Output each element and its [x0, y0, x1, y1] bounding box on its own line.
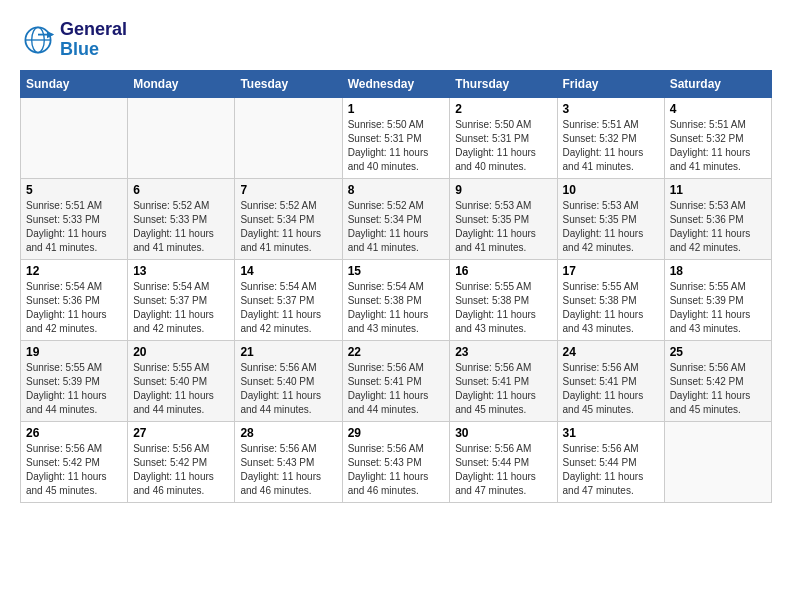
day-info: Sunrise: 5:54 AM Sunset: 5:38 PM Dayligh…	[348, 280, 445, 336]
day-number: 15	[348, 264, 445, 278]
day-info: Sunrise: 5:56 AM Sunset: 5:44 PM Dayligh…	[563, 442, 659, 498]
day-number: 28	[240, 426, 336, 440]
day-info: Sunrise: 5:54 AM Sunset: 5:37 PM Dayligh…	[133, 280, 229, 336]
day-info: Sunrise: 5:52 AM Sunset: 5:34 PM Dayligh…	[240, 199, 336, 255]
day-info: Sunrise: 5:50 AM Sunset: 5:31 PM Dayligh…	[455, 118, 551, 174]
day-number: 6	[133, 183, 229, 197]
day-number: 2	[455, 102, 551, 116]
calendar-cell: 3Sunrise: 5:51 AM Sunset: 5:32 PM Daylig…	[557, 97, 664, 178]
column-header-tuesday: Tuesday	[235, 70, 342, 97]
day-number: 19	[26, 345, 122, 359]
day-number: 17	[563, 264, 659, 278]
day-info: Sunrise: 5:56 AM Sunset: 5:42 PM Dayligh…	[133, 442, 229, 498]
calendar-cell: 8Sunrise: 5:52 AM Sunset: 5:34 PM Daylig…	[342, 178, 450, 259]
logo-blue: Blue	[60, 39, 99, 59]
day-info: Sunrise: 5:51 AM Sunset: 5:33 PM Dayligh…	[26, 199, 122, 255]
day-number: 22	[348, 345, 445, 359]
calendar-cell: 21Sunrise: 5:56 AM Sunset: 5:40 PM Dayli…	[235, 340, 342, 421]
calendar-week-5: 26Sunrise: 5:56 AM Sunset: 5:42 PM Dayli…	[21, 421, 772, 502]
logo-general: General	[60, 19, 127, 39]
column-header-friday: Friday	[557, 70, 664, 97]
day-number: 30	[455, 426, 551, 440]
day-number: 16	[455, 264, 551, 278]
calendar-cell: 19Sunrise: 5:55 AM Sunset: 5:39 PM Dayli…	[21, 340, 128, 421]
calendar-cell: 30Sunrise: 5:56 AM Sunset: 5:44 PM Dayli…	[450, 421, 557, 502]
column-header-wednesday: Wednesday	[342, 70, 450, 97]
day-info: Sunrise: 5:56 AM Sunset: 5:41 PM Dayligh…	[455, 361, 551, 417]
day-number: 20	[133, 345, 229, 359]
calendar-cell: 5Sunrise: 5:51 AM Sunset: 5:33 PM Daylig…	[21, 178, 128, 259]
calendar-cell: 10Sunrise: 5:53 AM Sunset: 5:35 PM Dayli…	[557, 178, 664, 259]
day-number: 26	[26, 426, 122, 440]
calendar-cell: 24Sunrise: 5:56 AM Sunset: 5:41 PM Dayli…	[557, 340, 664, 421]
logo-icon	[20, 22, 56, 58]
calendar-cell	[21, 97, 128, 178]
page-header: GeneralBlue	[20, 20, 772, 60]
day-number: 24	[563, 345, 659, 359]
day-info: Sunrise: 5:52 AM Sunset: 5:34 PM Dayligh…	[348, 199, 445, 255]
calendar-cell: 4Sunrise: 5:51 AM Sunset: 5:32 PM Daylig…	[664, 97, 771, 178]
calendar-cell: 18Sunrise: 5:55 AM Sunset: 5:39 PM Dayli…	[664, 259, 771, 340]
column-header-thursday: Thursday	[450, 70, 557, 97]
day-number: 14	[240, 264, 336, 278]
day-number: 25	[670, 345, 766, 359]
day-info: Sunrise: 5:53 AM Sunset: 5:36 PM Dayligh…	[670, 199, 766, 255]
calendar-week-2: 5Sunrise: 5:51 AM Sunset: 5:33 PM Daylig…	[21, 178, 772, 259]
calendar-cell: 1Sunrise: 5:50 AM Sunset: 5:31 PM Daylig…	[342, 97, 450, 178]
calendar-cell: 14Sunrise: 5:54 AM Sunset: 5:37 PM Dayli…	[235, 259, 342, 340]
day-info: Sunrise: 5:56 AM Sunset: 5:40 PM Dayligh…	[240, 361, 336, 417]
day-number: 12	[26, 264, 122, 278]
calendar-week-1: 1Sunrise: 5:50 AM Sunset: 5:31 PM Daylig…	[21, 97, 772, 178]
day-number: 21	[240, 345, 336, 359]
calendar-cell: 28Sunrise: 5:56 AM Sunset: 5:43 PM Dayli…	[235, 421, 342, 502]
day-info: Sunrise: 5:55 AM Sunset: 5:38 PM Dayligh…	[563, 280, 659, 336]
calendar-cell	[128, 97, 235, 178]
day-number: 27	[133, 426, 229, 440]
calendar-cell: 20Sunrise: 5:55 AM Sunset: 5:40 PM Dayli…	[128, 340, 235, 421]
day-number: 10	[563, 183, 659, 197]
day-number: 9	[455, 183, 551, 197]
column-header-sunday: Sunday	[21, 70, 128, 97]
calendar-cell: 6Sunrise: 5:52 AM Sunset: 5:33 PM Daylig…	[128, 178, 235, 259]
day-info: Sunrise: 5:51 AM Sunset: 5:32 PM Dayligh…	[563, 118, 659, 174]
calendar-cell: 27Sunrise: 5:56 AM Sunset: 5:42 PM Dayli…	[128, 421, 235, 502]
day-number: 11	[670, 183, 766, 197]
calendar-cell: 17Sunrise: 5:55 AM Sunset: 5:38 PM Dayli…	[557, 259, 664, 340]
day-info: Sunrise: 5:51 AM Sunset: 5:32 PM Dayligh…	[670, 118, 766, 174]
calendar-cell: 25Sunrise: 5:56 AM Sunset: 5:42 PM Dayli…	[664, 340, 771, 421]
day-info: Sunrise: 5:56 AM Sunset: 5:42 PM Dayligh…	[670, 361, 766, 417]
calendar-table: SundayMondayTuesdayWednesdayThursdayFrid…	[20, 70, 772, 503]
calendar-header-row: SundayMondayTuesdayWednesdayThursdayFrid…	[21, 70, 772, 97]
day-info: Sunrise: 5:54 AM Sunset: 5:36 PM Dayligh…	[26, 280, 122, 336]
day-number: 4	[670, 102, 766, 116]
calendar-cell: 22Sunrise: 5:56 AM Sunset: 5:41 PM Dayli…	[342, 340, 450, 421]
logo: GeneralBlue	[20, 20, 127, 60]
calendar-cell: 13Sunrise: 5:54 AM Sunset: 5:37 PM Dayli…	[128, 259, 235, 340]
day-info: Sunrise: 5:54 AM Sunset: 5:37 PM Dayligh…	[240, 280, 336, 336]
calendar-cell: 26Sunrise: 5:56 AM Sunset: 5:42 PM Dayli…	[21, 421, 128, 502]
day-number: 23	[455, 345, 551, 359]
day-number: 29	[348, 426, 445, 440]
day-info: Sunrise: 5:50 AM Sunset: 5:31 PM Dayligh…	[348, 118, 445, 174]
day-number: 13	[133, 264, 229, 278]
calendar-cell: 2Sunrise: 5:50 AM Sunset: 5:31 PM Daylig…	[450, 97, 557, 178]
logo-text: GeneralBlue	[60, 20, 127, 60]
day-info: Sunrise: 5:53 AM Sunset: 5:35 PM Dayligh…	[563, 199, 659, 255]
day-number: 1	[348, 102, 445, 116]
column-header-monday: Monday	[128, 70, 235, 97]
day-info: Sunrise: 5:56 AM Sunset: 5:43 PM Dayligh…	[348, 442, 445, 498]
calendar-cell: 11Sunrise: 5:53 AM Sunset: 5:36 PM Dayli…	[664, 178, 771, 259]
day-info: Sunrise: 5:55 AM Sunset: 5:40 PM Dayligh…	[133, 361, 229, 417]
day-info: Sunrise: 5:55 AM Sunset: 5:38 PM Dayligh…	[455, 280, 551, 336]
day-number: 18	[670, 264, 766, 278]
column-header-saturday: Saturday	[664, 70, 771, 97]
day-info: Sunrise: 5:56 AM Sunset: 5:41 PM Dayligh…	[563, 361, 659, 417]
day-info: Sunrise: 5:56 AM Sunset: 5:41 PM Dayligh…	[348, 361, 445, 417]
calendar-cell: 31Sunrise: 5:56 AM Sunset: 5:44 PM Dayli…	[557, 421, 664, 502]
calendar-cell: 12Sunrise: 5:54 AM Sunset: 5:36 PM Dayli…	[21, 259, 128, 340]
day-info: Sunrise: 5:55 AM Sunset: 5:39 PM Dayligh…	[670, 280, 766, 336]
day-info: Sunrise: 5:56 AM Sunset: 5:44 PM Dayligh…	[455, 442, 551, 498]
calendar-cell: 29Sunrise: 5:56 AM Sunset: 5:43 PM Dayli…	[342, 421, 450, 502]
calendar-cell: 15Sunrise: 5:54 AM Sunset: 5:38 PM Dayli…	[342, 259, 450, 340]
calendar-cell: 23Sunrise: 5:56 AM Sunset: 5:41 PM Dayli…	[450, 340, 557, 421]
